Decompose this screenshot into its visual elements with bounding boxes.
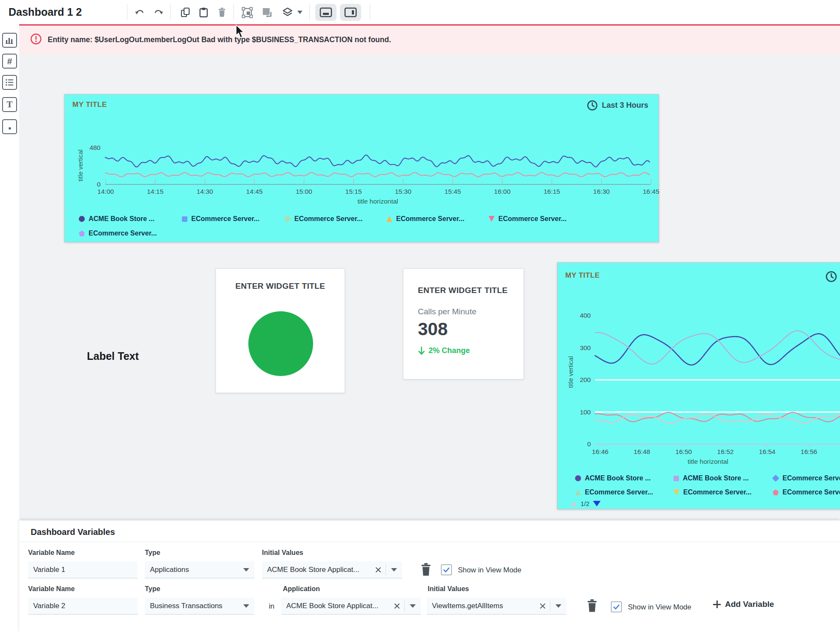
health-widget[interactable]: ENTER WIDGET TITLE [216,268,345,393]
legend-item[interactable]: ECommerce Server... [386,215,464,223]
plus-icon [713,600,721,608]
metric-value: 308 [418,319,448,339]
legend-item-label: ECommerce Server... [191,215,259,223]
legend-item[interactable]: ACME Book Store ... [673,474,749,482]
clear-icon[interactable] [375,567,381,573]
diamond-marker-icon [772,475,780,482]
variable-name-input[interactable]: Variable 1 [28,561,138,578]
legend-item[interactable]: ECommerce Server... [489,215,567,223]
show-in-view-mode-checkbox[interactable] [611,601,622,612]
undo-icon[interactable] [133,6,146,19]
legend-item-label: ECommerce Server... [782,474,840,482]
caret-down-icon [555,604,561,608]
legend-item-label: ACME Book Store ... [89,215,155,223]
panel-bottom-toggle-icon[interactable] [315,4,337,21]
toolbar-divider [233,4,234,20]
square-marker-icon [182,216,187,222]
toolbar-divider [370,4,370,20]
add-variable-button[interactable]: Add Variable [713,600,774,609]
widget-title: ENTER WIDGET TITLE [216,282,345,291]
pentagon-marker-icon [79,230,85,236]
page-up-icon[interactable] [570,501,577,506]
metric-change-label: 2% Change [429,346,470,355]
legend-item[interactable]: ECommerce Server... [182,215,259,223]
square-marker-icon [673,476,679,481]
legend-item[interactable]: ECommerce Server... [575,488,653,496]
legend-item[interactable]: ACME Book Store ... [79,215,155,223]
clear-icon[interactable] [540,603,546,609]
image-widget-icon[interactable] [2,119,17,134]
type-label: Type [145,585,160,593]
initial-values-select[interactable]: ViewItems.getAllItems [427,598,567,615]
panel-title: Dashboard Variables [31,527,115,537]
initial-values-label: Initial Values [262,549,303,557]
application-select[interactable]: ACME Book Store Applicat... [281,598,421,615]
dashboard-editor: Dashboard 1 2 [0,0,840,632]
toolbar-divider [170,4,171,20]
legend-item-label: ECommerce Server... [782,488,840,496]
select-value: Business Transactions [150,602,243,610]
legend-item[interactable]: ECommerce Server... [773,488,840,496]
text-widget-icon[interactable]: T [2,97,17,112]
circle-marker-icon [575,475,581,481]
redo-icon[interactable] [152,6,165,19]
paste-icon[interactable] [197,6,210,19]
variable-name-input[interactable]: Variable 2 [28,598,138,615]
initial-values-select[interactable]: ACME Book Store Applicat... [262,561,402,578]
widget-title: ENTER WIDGET TITLE [418,286,508,295]
legend-item[interactable]: ECommerce Server... [285,215,362,223]
page-indicator: 1/2 [581,500,590,507]
alert-icon [30,33,42,46]
variable-name-label: Variable Name [28,549,75,557]
type-select[interactable]: Applications [145,561,254,578]
field-divider [385,564,386,575]
metric-widget[interactable]: ENTER WIDGET TITLE Calls per Minute 308 … [403,268,524,379]
pentagon-marker-icon [773,489,779,495]
timeseries-widget-2[interactable]: MY TITLE title vertical title horizontal… [557,262,840,509]
toolbar: Dashboard 1 2 [0,0,840,24]
circle-marker-icon [79,216,85,222]
chart-widget-icon[interactable] [2,33,17,48]
delete-variable-button[interactable] [420,562,432,577]
caret-down-icon[interactable] [296,6,304,19]
application-label: Application [283,585,320,593]
legend-item-label: ECommerce Server... [89,230,157,237]
clear-icon[interactable] [394,603,400,609]
timeseries-widget-1[interactable]: MY TITLE Last 3 Hours title vertical tit… [64,94,659,242]
bring-forward-icon[interactable] [241,6,253,19]
caret-down-icon [391,568,397,572]
list-widget-icon[interactable] [2,75,17,90]
panel-right-toggle-icon[interactable] [340,4,361,21]
health-status-circle [248,311,313,376]
error-banner: Entity name: $UserLogOut.memberLogOut Ba… [19,24,840,54]
initial-values-label: Initial Values [428,585,469,593]
field-divider [550,600,550,612]
arrow-down-icon [418,347,425,355]
legend-item[interactable]: ECommerce Server... [773,474,840,482]
metric-number-widget-icon[interactable]: # [2,54,17,69]
toolbar-divider [309,4,310,20]
legend-item-label: ACME Book Store ... [585,474,651,482]
metric-label: Calls per Minute [418,307,476,316]
layers-icon[interactable] [281,6,294,19]
legend-item-label: ECommerce Server... [585,488,653,496]
delete-variable-button[interactable] [586,598,598,613]
legend-item[interactable]: ECommerce Server... [79,230,157,237]
show-in-view-mode-label: Show in View Mode [458,566,521,575]
show-in-view-mode-label: Show in View Mode [628,603,691,612]
caret-down-icon [243,604,249,608]
send-backward-icon[interactable] [261,6,273,19]
trash-icon[interactable] [216,6,228,19]
show-in-view-mode-checkbox[interactable] [441,564,452,575]
legend-item-label: ECommerce Server... [396,215,464,223]
page-down-icon[interactable] [593,501,601,506]
triangle-marker-icon [575,489,581,495]
label-widget[interactable]: Label Text [87,350,139,362]
legend-item[interactable]: ACME Book Store ... [575,474,651,482]
type-select[interactable]: Business Transactions [145,598,254,615]
copy-icon[interactable] [179,6,192,19]
input-value: Variable 1 [33,566,132,574]
legend-item-label: ECommerce Server... [498,215,567,223]
legend-item-label: ACME Book Store ... [683,474,749,482]
legend-item[interactable]: ECommerce Server... [673,488,751,496]
